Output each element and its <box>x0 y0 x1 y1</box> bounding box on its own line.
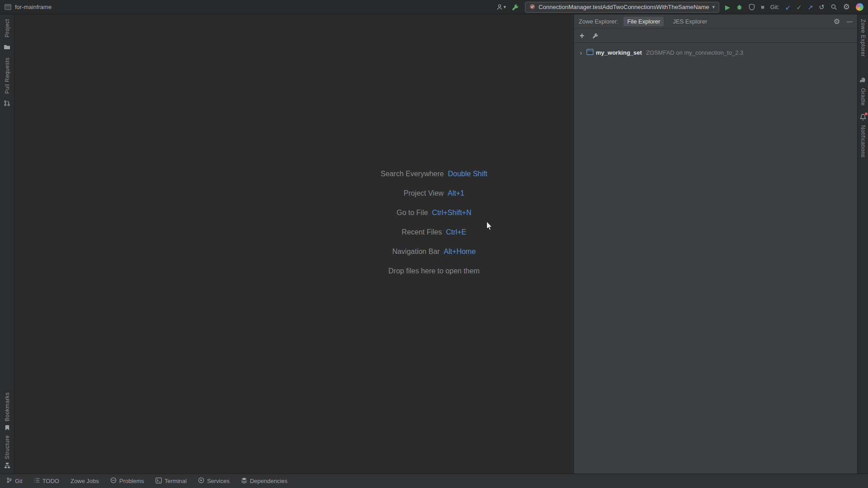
gradle-stripe-button[interactable]: Gradle <box>859 77 866 106</box>
run-with-coverage-icon[interactable] <box>749 4 755 10</box>
gradle-label: Gradle <box>860 88 866 106</box>
run-button[interactable]: ▶ <box>725 4 730 10</box>
panel-title: Zowe Explorer: <box>579 18 618 25</box>
statusbar-todo[interactable]: TODO <box>34 478 59 484</box>
project-title: for-mainframe <box>15 4 52 10</box>
debug-bug-icon[interactable] <box>736 4 743 10</box>
right-toolwindow-stripe: Zowe Explorer Gradle Notifications <box>857 14 868 474</box>
drop-files-hint: Drop files here to open them <box>388 267 480 275</box>
git-toolbar-label: Git: <box>770 4 779 10</box>
hint-shortcut: Alt+Home <box>444 248 476 255</box>
working-set-name: my_working_set <box>596 49 642 56</box>
working-set-detail: ZOSMFAD on my_connection_to_2.3 <box>646 49 743 56</box>
code-with-me-icon[interactable]: ▾ <box>497 4 506 10</box>
statusbar-terminal[interactable]: Terminal <box>156 478 187 485</box>
profile-sphere-icon[interactable] <box>856 3 863 11</box>
statusbar-git-label: Git <box>15 478 23 484</box>
statusbar-services-label: Services <box>207 478 230 484</box>
tab-jes-explorer[interactable]: JES Explorer <box>669 17 711 26</box>
toolwindow-button-structure[interactable]: Structure <box>4 435 10 459</box>
statusbar: Git TODO Zowe Jobs Problems Terminal <box>0 474 868 488</box>
panel-gear-icon[interactable]: ⚙ <box>834 18 840 25</box>
statusbar-zowe-jobs[interactable]: Zowe Jobs <box>71 478 99 484</box>
git-push-icon[interactable]: ↗ <box>807 4 813 10</box>
stop-button: ■ <box>761 4 764 10</box>
structure-icon[interactable] <box>4 462 10 470</box>
run-config-name: ConnectionManager.testAddTwoConnectionsW… <box>538 4 709 10</box>
git-commit-icon[interactable]: ✓ <box>797 4 802 10</box>
toolwindow-button-zowe-explorer[interactable]: Zowe Explorer <box>860 19 866 57</box>
toolwindow-button-project[interactable]: Project <box>4 19 10 38</box>
panel-toolbar: + <box>574 29 857 43</box>
todo-list-icon <box>34 478 40 484</box>
statusbar-git[interactable]: Git <box>6 477 23 485</box>
settings-gear-icon[interactable]: ⚙ <box>843 3 850 11</box>
toolwindow-button-bookmarks[interactable]: Bookmarks <box>4 392 10 422</box>
hint-row: Search EverywhereDouble Shift <box>381 164 487 183</box>
statusbar-terminal-label: Terminal <box>165 478 187 484</box>
hint-row: Go to FileCtrl+Shift+N <box>381 203 487 222</box>
hint-label: Search Everywhere <box>381 170 444 178</box>
working-set-tree: › my_working_set ZOSMFAD on my_connectio… <box>574 43 857 62</box>
run-configuration-select[interactable]: ConnectionManager.testAddTwoConnectionsW… <box>525 2 719 13</box>
hint-row: Navigation BarAlt+Home <box>381 242 487 261</box>
hint-label: Navigation Bar <box>392 248 440 255</box>
titlebar: for-mainframe ▾ ConnectionManager.testAd… <box>0 0 868 14</box>
hint-row: Project ViewAlt+1 <box>381 183 487 203</box>
git-rollback-icon[interactable]: ↺ <box>819 4 825 10</box>
statusbar-dependencies-label: Dependencies <box>250 478 288 484</box>
chevron-down-icon: ▾ <box>712 4 715 10</box>
zowe-explorer-panel: Zowe Explorer: File Explorer JES Explore… <box>574 14 857 474</box>
hint-shortcut: Ctrl+Shift+N <box>432 209 472 216</box>
notifications-stripe-button[interactable]: Notifications <box>860 114 866 158</box>
panel-wrench-icon[interactable] <box>592 33 599 39</box>
gradle-icon <box>859 77 866 85</box>
bell-icon <box>860 114 866 122</box>
hint-shortcut: Alt+1 <box>448 189 464 197</box>
editor-area[interactable] <box>14 14 574 474</box>
bookmark-icon[interactable] <box>5 425 10 432</box>
hint-label: Project View <box>404 189 444 197</box>
hint-row: Drop files here to open them <box>381 261 487 281</box>
notification-badge <box>865 113 868 115</box>
editor-shortcut-hints: Search EverywhereDouble Shift Project Vi… <box>381 164 487 281</box>
git-branch-icon <box>6 477 12 485</box>
chevron-right-icon[interactable]: › <box>578 49 584 56</box>
hint-shortcut: Ctrl+E <box>446 228 467 236</box>
titlebar-toolbar: ▾ ConnectionManager.testAddTwoConnection… <box>497 2 863 13</box>
add-icon[interactable]: + <box>580 31 585 41</box>
dataset-icon <box>586 49 594 56</box>
problems-icon <box>110 477 117 485</box>
folder-icon[interactable] <box>4 44 10 51</box>
hint-label: Recent Files <box>402 228 442 236</box>
statusbar-services[interactable]: Services <box>198 477 230 485</box>
services-icon <box>198 477 204 485</box>
left-stripe-bottom: Bookmarks Structure <box>4 392 10 470</box>
statusbar-problems-label: Problems <box>119 478 144 484</box>
hint-label: Go to File <box>396 209 428 216</box>
notifications-label: Notifications <box>860 125 866 158</box>
ide-window: for-mainframe ▾ ConnectionManager.testAd… <box>0 0 868 488</box>
left-toolwindow-stripe: Project Pull Requests Bookmarks Structur… <box>0 14 14 474</box>
toolwindow-button-pull-requests[interactable]: Pull Requests <box>4 57 10 94</box>
build-wrench-icon[interactable] <box>512 4 519 11</box>
chevron-down-icon: ▾ <box>504 5 506 9</box>
dependencies-icon <box>241 477 247 485</box>
panel-header: Zowe Explorer: File Explorer JES Explore… <box>574 14 857 29</box>
git-update-icon[interactable]: ↙ <box>785 4 791 10</box>
hide-panel-icon[interactable]: — <box>847 19 853 24</box>
hint-shortcut: Double Shift <box>448 170 487 178</box>
run-config-icon <box>529 4 535 11</box>
statusbar-dependencies[interactable]: Dependencies <box>241 477 288 485</box>
statusbar-todo-label: TODO <box>42 478 59 484</box>
pull-request-icon[interactable] <box>4 100 10 108</box>
tree-row-working-set[interactable]: › my_working_set ZOSMFAD on my_connectio… <box>574 47 857 59</box>
tab-file-explorer[interactable]: File Explorer <box>623 17 664 26</box>
terminal-icon <box>156 478 162 485</box>
statusbar-problems[interactable]: Problems <box>110 477 144 485</box>
statusbar-zowe-jobs-label: Zowe Jobs <box>71 478 99 484</box>
hint-row: Recent FilesCtrl+E <box>381 222 487 242</box>
panel-header-actions: ⚙ — <box>834 18 853 25</box>
window-icon <box>5 4 11 10</box>
search-icon[interactable] <box>830 4 837 10</box>
